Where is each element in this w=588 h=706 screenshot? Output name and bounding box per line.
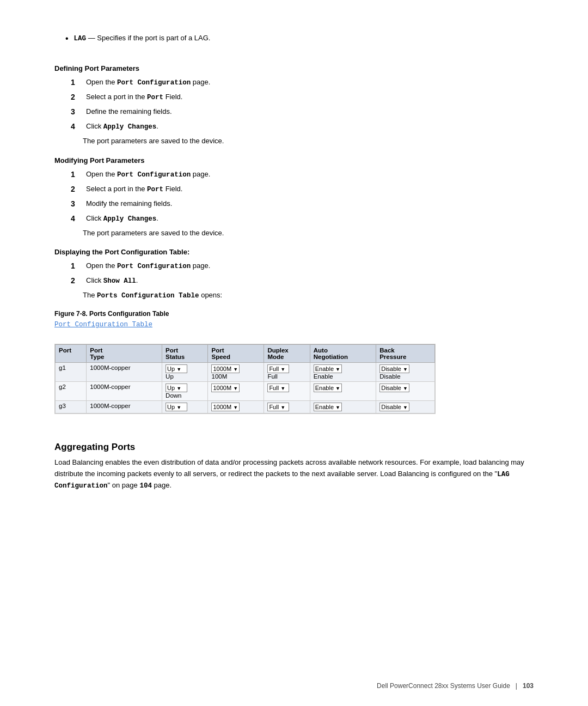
cell-duplex: Full ▼	[264, 401, 310, 413]
status-text: Up	[166, 373, 204, 380]
neg-select[interactable]: Enable ▼	[314, 384, 342, 392]
status-select[interactable]: Up ▼	[166, 403, 187, 411]
defining-step-3: 3 Define the remaining fields.	[71, 106, 534, 118]
cell-duplex: Full ▼	[264, 382, 310, 401]
speed-select[interactable]: 1000M ▼	[211, 364, 240, 373]
back-text: Disable	[379, 373, 431, 380]
cell-port-status: Up ▼ Up	[162, 363, 208, 382]
table-row: g1 1000M-copper Up ▼ Up 1000M ▼ 100M Ful…	[56, 363, 435, 382]
modifying-step-3: 3 Modify the remaining fields.	[71, 198, 534, 210]
port-config-table-wrapper: Port PortType PortStatus PortSpeed Duple…	[54, 344, 436, 414]
cell-neg: Enable ▼	[310, 382, 376, 401]
lag-term: LAG	[74, 35, 87, 42]
col-port-status: PortStatus	[162, 345, 208, 363]
cell-port-status: Up ▼	[162, 401, 208, 413]
cell-port-speed: 1000M ▼	[208, 382, 264, 401]
aggregating-para: Load Balancing enables the even distribu…	[54, 457, 534, 491]
displaying-para: The Ports Configuration Table opens:	[83, 290, 534, 301]
table-row: g2 1000M-copper Up ▼ Down 1000M ▼ Full ▼…	[56, 382, 435, 401]
defining-step-4: 4 Click Apply Changes.	[71, 121, 534, 132]
modifying-para: The port parameters are saved to the dev…	[83, 228, 534, 239]
neg-select[interactable]: Enable ▼	[314, 364, 342, 373]
defining-para: The port parameters are saved to the dev…	[83, 136, 534, 147]
cell-back: Disable ▼	[376, 401, 435, 413]
status-select[interactable]: Up ▼	[166, 384, 187, 392]
footer-text: Dell PowerConnect 28xx Systems User Guid…	[377, 682, 510, 690]
col-port-type: PortType	[87, 345, 162, 363]
bullet-lag-text: LAG — Specifies if the port is part of a…	[74, 33, 211, 45]
footer: Dell PowerConnect 28xx Systems User Guid…	[0, 682, 588, 690]
cell-port-speed: 1000M ▼	[208, 401, 264, 413]
cell-back: Disable ▼ Disable	[376, 363, 435, 382]
back-select[interactable]: Disable ▼	[379, 384, 409, 392]
defining-step-3-text: Define the remaining fields.	[86, 106, 172, 117]
neg-select[interactable]: Enable ▼	[314, 403, 342, 411]
status-text: Down	[166, 392, 204, 399]
figure-label: Figure 7-8. Ports Configuration Table	[54, 310, 534, 318]
port-config-table: Port PortType PortStatus PortSpeed Duple…	[55, 344, 435, 413]
cell-port-type: 1000M-copper	[87, 363, 162, 382]
speed-select[interactable]: 1000M ▼	[211, 403, 240, 411]
col-port: Port	[56, 345, 87, 363]
col-back-pressure: BackPressure	[376, 345, 435, 363]
page-content: • LAG — Specifies if the port is part of…	[0, 0, 588, 535]
aggregating-heading: Aggregating Ports	[54, 442, 534, 453]
speed-select[interactable]: 1000M ▼	[211, 384, 240, 392]
figure-link[interactable]: Port Configuration Table	[54, 321, 534, 328]
duplex-select[interactable]: Full ▼	[267, 364, 289, 373]
footer-separator: |	[516, 682, 517, 690]
cell-port: g2	[56, 382, 87, 401]
cell-port: g1	[56, 363, 87, 382]
modifying-step-4: 4 Click Apply Changes.	[71, 213, 534, 224]
col-port-speed: PortSpeed	[208, 345, 264, 363]
displaying-step-2: 2 Click Show All.	[71, 275, 534, 287]
table-row: g3 1000M-copper Up ▼ 1000M ▼ Full ▼ Enab…	[56, 401, 435, 413]
col-auto-neg: AutoNegotiation	[310, 345, 376, 363]
bullet-lag: • LAG — Specifies if the port is part of…	[65, 33, 534, 45]
cell-port-status: Up ▼ Down	[162, 382, 208, 401]
bullet-dot: •	[65, 33, 69, 45]
modifying-step-2: 2 Select a port in the Port Field.	[71, 184, 534, 195]
neg-text: Enable	[314, 373, 372, 380]
back-select[interactable]: Disable ▼	[379, 403, 409, 411]
col-duplex-mode: DuplexMode	[264, 345, 310, 363]
cell-port: g3	[56, 401, 87, 413]
displaying-steps: 1 Open the Port Configuration page. 2 Cl…	[71, 260, 534, 287]
duplex-select[interactable]: Full ▼	[267, 403, 289, 411]
displaying-heading: Displaying the Port Configuration Table:	[54, 248, 534, 256]
cell-port-type: 1000M-copper	[87, 382, 162, 401]
footer-page: 103	[523, 682, 534, 690]
speed-text: 100M	[211, 373, 260, 380]
defining-heading: Defining Port Parameters	[54, 64, 534, 72]
modifying-heading: Modifying Port Parameters	[54, 156, 534, 165]
cell-port-type: 1000M-copper	[87, 401, 162, 413]
cell-duplex: Full ▼ Full	[264, 363, 310, 382]
duplex-text: Full	[267, 373, 306, 380]
displaying-step-1: 1 Open the Port Configuration page.	[71, 260, 534, 272]
cell-back: Disable ▼	[376, 382, 435, 401]
status-select[interactable]: Up ▼	[166, 364, 187, 373]
cell-neg: Enable ▼ Enable	[310, 363, 376, 382]
defining-step-1: 1 Open the Port Configuration page.	[71, 77, 534, 88]
duplex-select[interactable]: Full ▼	[267, 384, 289, 392]
modifying-steps: 1 Open the Port Configuration page. 2 Se…	[71, 169, 534, 224]
defining-step-2: 2 Select a port in the Port Field.	[71, 92, 534, 103]
cell-port-speed: 1000M ▼ 100M	[208, 363, 264, 382]
defining-steps: 1 Open the Port Configuration page. 2 Se…	[71, 77, 534, 132]
cell-neg: Enable ▼	[310, 401, 376, 413]
back-select[interactable]: Disable ▼	[379, 364, 409, 373]
lag-description: — Specifies if the port is part of a LAG…	[88, 34, 211, 42]
modifying-step-1: 1 Open the Port Configuration page.	[71, 169, 534, 180]
